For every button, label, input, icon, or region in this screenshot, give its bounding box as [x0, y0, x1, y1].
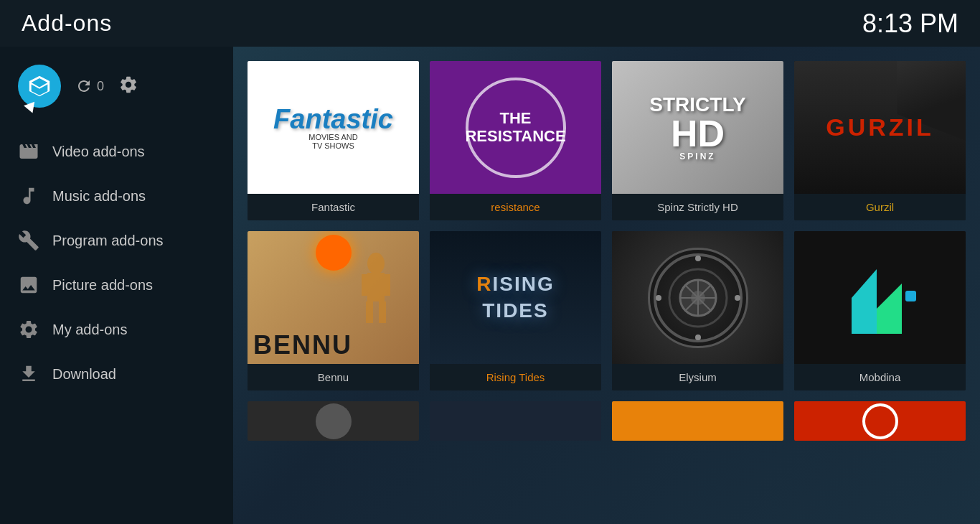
bennu-figure-icon — [354, 253, 397, 324]
addon-card-rising-tides[interactable]: RISINGTIDES Rising Tides — [430, 231, 601, 390]
addon-thumbnail-elysium — [612, 231, 783, 364]
addon-card-resistance[interactable]: THERESISTANCE resistance — [430, 61, 601, 220]
svg-rect-1 — [367, 273, 385, 301]
download-icon — [18, 363, 39, 385]
svg-rect-22 — [905, 291, 916, 301]
fantastic-art-text: Fantastic — [273, 106, 393, 133]
sidebar-navigation: Video add-ons Music add-ons Program add-… — [0, 122, 233, 396]
addon-card-fantastic[interactable]: Fantastic MOVIES ANDTV SHOWS Fantastic — [248, 61, 419, 220]
header: Add-ons 8:13 PM — [0, 0, 980, 47]
addon-manager-button[interactable] — [18, 65, 61, 108]
cursor-indicator — [24, 102, 38, 116]
my-addons-icon — [18, 319, 39, 340]
addon-label-fantastic: Fantastic — [248, 194, 419, 220]
svg-point-0 — [367, 253, 385, 274]
addon-card-spinz[interactable]: STRICTLY HD SPINZ Spinz Strictly HD — [612, 61, 783, 220]
spinz-brand-text: SPINZ — [649, 152, 745, 161]
sidebar-item-my-addons[interactable]: My add-ons — [0, 307, 233, 352]
picture-icon — [18, 274, 39, 296]
settings-icon — [118, 75, 138, 95]
addon-card-elysium[interactable]: Elysium — [612, 231, 783, 390]
partial-thumb-1 — [316, 403, 352, 439]
svg-point-17 — [735, 295, 740, 301]
svg-rect-3 — [383, 274, 390, 296]
addon-card-gurzil[interactable]: GURZIL Gurzil — [794, 61, 966, 220]
addon-thumbnail-rising: RISINGTIDES — [430, 231, 601, 364]
gurzil-art-text: GURZIL — [826, 113, 934, 141]
content-area: Fantastic MOVIES ANDTV SHOWS Fantastic T… — [233, 47, 980, 524]
addon-thumbnail-gurzil: GURZIL — [794, 61, 966, 194]
svg-rect-21 — [877, 309, 902, 334]
addon-thumbnail-partial-2 — [430, 401, 601, 441]
resistance-circle: THERESISTANCE — [466, 78, 566, 178]
download-label: Download — [52, 366, 116, 383]
addon-label-spinz: Spinz Strictly HD — [612, 194, 783, 220]
sidebar: 0 Video add-ons Music add-ons — [0, 47, 233, 524]
box-icon — [27, 74, 52, 98]
mobdina-house — [837, 255, 923, 341]
main-layout: 0 Video add-ons Music add-ons — [0, 47, 980, 524]
svg-rect-19 — [852, 298, 877, 334]
addon-thumbnail-spinz: STRICTLY HD SPINZ — [612, 61, 783, 194]
addon-card-partial-3[interactable] — [612, 401, 783, 441]
clock-svg — [651, 251, 745, 345]
addon-thumbnail-fantastic: Fantastic MOVIES ANDTV SHOWS — [248, 61, 419, 194]
music-icon — [18, 185, 39, 207]
bennu-sun — [316, 235, 352, 271]
addon-label-mobdina: Mobdina — [794, 364, 966, 390]
bennu-art-text: BENNU — [253, 330, 352, 360]
gurzil-bg: GURZIL — [794, 61, 966, 194]
svg-marker-18 — [852, 269, 877, 298]
program-addons-label: Program add-ons — [52, 233, 164, 249]
svg-rect-5 — [379, 301, 386, 323]
sidebar-item-download[interactable]: Download — [0, 352, 233, 396]
elysium-clock — [648, 248, 748, 348]
sidebar-item-music[interactable]: Music add-ons — [0, 174, 233, 218]
addon-thumbnail-partial-3 — [612, 401, 783, 441]
fantastic-sub-text: MOVIES ANDTV SHOWS — [273, 133, 393, 150]
refresh-count: 0 — [97, 79, 104, 94]
addon-label-elysium: Elysium — [612, 364, 783, 390]
page-title: Add-ons — [22, 10, 112, 37]
refresh-icon — [75, 78, 93, 95]
addon-thumbnail-partial-1 — [248, 401, 419, 441]
settings-button[interactable] — [118, 75, 138, 98]
addon-card-partial-4[interactable] — [794, 401, 966, 441]
mobdina-house-svg — [837, 255, 930, 348]
sidebar-item-picture[interactable]: Picture add-ons — [0, 263, 233, 307]
svg-point-15 — [695, 334, 701, 340]
addon-thumbnail-bennu: BENNU — [248, 231, 419, 364]
svg-rect-4 — [366, 301, 373, 323]
wrench-icon — [18, 230, 39, 251]
sidebar-top-controls: 0 — [0, 57, 233, 122]
addons-grid: Fantastic MOVIES ANDTV SHOWS Fantastic T… — [248, 61, 966, 441]
video-addons-label: Video add-ons — [52, 144, 145, 160]
film-icon — [18, 141, 39, 162]
addon-label-resistance: resistance — [430, 194, 601, 220]
addon-card-partial-2[interactable] — [430, 401, 601, 441]
addon-card-mobdina[interactable]: Mobdina — [794, 231, 966, 390]
svg-point-14 — [695, 256, 701, 261]
addon-label-rising: Rising Tides — [430, 364, 601, 390]
resistance-art-text: THERESISTANCE — [465, 110, 565, 144]
addon-card-partial-1[interactable] — [248, 401, 419, 441]
spinz-strictly-text: STRICTLY — [649, 95, 745, 115]
partial-thumb-4 — [862, 403, 898, 439]
addon-thumbnail-mobdina — [794, 231, 966, 364]
refresh-button[interactable]: 0 — [75, 78, 104, 95]
clock: 8:13 PM — [862, 9, 958, 39]
my-addons-label: My add-ons — [52, 322, 128, 338]
addon-label-bennu: Bennu — [248, 364, 419, 390]
spinz-hd-text: HD — [649, 115, 745, 152]
sidebar-item-program[interactable]: Program add-ons — [0, 218, 233, 263]
rising-art-text: RISINGTIDES — [476, 271, 554, 324]
music-addons-label: Music add-ons — [52, 188, 146, 205]
svg-rect-2 — [362, 274, 369, 296]
addon-card-bennu[interactable]: BENNU Bennu — [248, 231, 419, 390]
svg-point-16 — [656, 295, 661, 301]
svg-marker-20 — [877, 284, 902, 309]
addon-thumbnail-partial-4 — [794, 401, 966, 441]
rising-r-letter: R — [476, 273, 492, 295]
picture-addons-label: Picture add-ons — [52, 277, 153, 294]
sidebar-item-video[interactable]: Video add-ons — [0, 129, 233, 174]
